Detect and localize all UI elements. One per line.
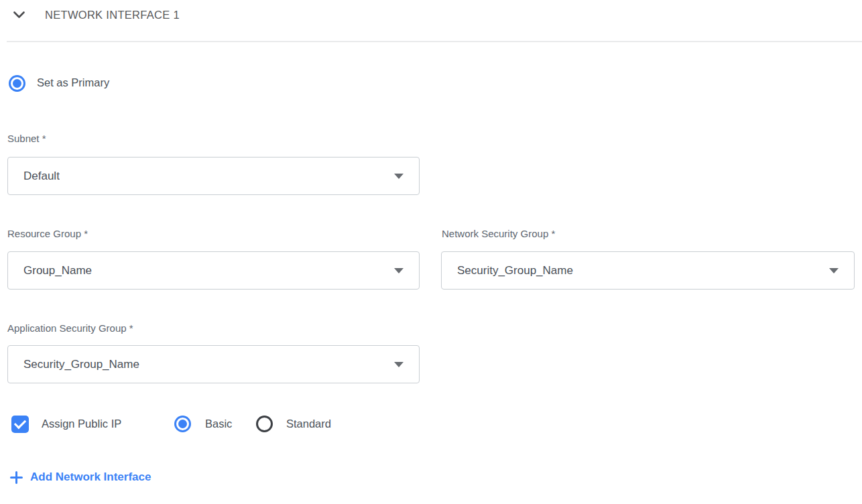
application-security-group-select[interactable]: Security_Group_Name [7, 345, 420, 383]
dropdown-caret-icon [394, 174, 404, 179]
network-security-group-select[interactable]: Security_Group_Name [441, 251, 855, 290]
dropdown-caret-icon [829, 268, 839, 273]
assign-public-ip-label: Assign Public IP [42, 418, 121, 430]
application-security-group-label: Application Security Group * [7, 322, 133, 334]
resource-group-value: Group_Name [23, 264, 92, 277]
resource-group-label: Resource Group * [7, 228, 88, 239]
network-interface-form: NETWORK INTERFACE 1 Set as Primary Subne… [0, 0, 862, 504]
ip-sku-standard-radio[interactable] [256, 416, 273, 432]
plus-icon [10, 471, 23, 484]
assign-public-ip-checkbox[interactable] [11, 416, 29, 433]
ip-sku-basic-label: Basic [205, 418, 232, 430]
network-security-group-value: Security_Group_Name [457, 264, 573, 277]
network-security-group-label: Network Security Group * [442, 228, 555, 239]
chevron-down-icon [13, 11, 25, 19]
application-security-group-value: Security_Group_Name [23, 358, 139, 371]
ip-sku-basic-radio[interactable] [174, 416, 191, 432]
set-as-primary-label: Set as Primary [37, 76, 109, 89]
subnet-select[interactable]: Default [7, 157, 420, 195]
subnet-label: Subnet * [7, 133, 46, 144]
collapse-section-button[interactable] [11, 8, 27, 21]
section-title: NETWORK INTERFACE 1 [45, 9, 180, 21]
set-as-primary-radio[interactable] [9, 75, 25, 92]
dropdown-caret-icon [394, 268, 404, 273]
add-network-interface-label: Add Network Interface [30, 470, 151, 484]
ip-sku-standard-label: Standard [286, 418, 331, 430]
section-divider [7, 41, 862, 42]
dropdown-caret-icon [394, 362, 404, 367]
add-network-interface-link[interactable]: Add Network Interface [10, 470, 151, 484]
subnet-value: Default [23, 170, 60, 183]
resource-group-select[interactable]: Group_Name [7, 251, 420, 290]
